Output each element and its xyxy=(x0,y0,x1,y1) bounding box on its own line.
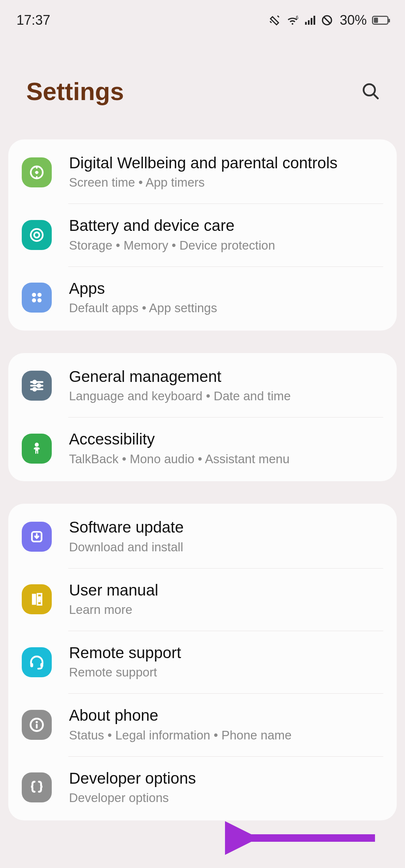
svg-point-16 xyxy=(33,388,36,391)
headset-icon xyxy=(22,647,52,677)
search-button[interactable] xyxy=(359,80,382,103)
update-icon xyxy=(22,522,52,552)
settings-item-title: Accessibility xyxy=(69,430,383,449)
svg-point-23 xyxy=(36,721,38,723)
settings-group: General managementLanguage and keyboard … xyxy=(8,353,397,482)
settings-item-apps[interactable]: AppsDefault apps • App settings xyxy=(8,266,397,329)
wellbeing-icon xyxy=(22,157,52,187)
settings-item-subtitle: Learn more xyxy=(69,602,383,618)
settings-item-general-management[interactable]: General managementLanguage and keyboard … xyxy=(8,355,397,417)
svg-text:?: ? xyxy=(38,596,41,603)
settings-item-battery-device-care[interactable]: Battery and device careStorage • Memory … xyxy=(8,204,397,266)
settings-item-software-update[interactable]: Software updateDownload and install xyxy=(8,505,397,568)
svg-rect-24 xyxy=(36,724,38,729)
settings-item-title: User manual xyxy=(69,581,383,600)
settings-item-subtitle: Storage • Memory • Device protection xyxy=(69,238,383,254)
settings-item-remote-support[interactable]: Remote supportRemote support xyxy=(8,631,397,693)
vibrate-icon xyxy=(268,14,280,26)
svg-point-12 xyxy=(32,298,36,302)
settings-group: Digital Wellbeing and parental controlsS… xyxy=(8,139,397,331)
svg-text:6: 6 xyxy=(296,15,298,20)
settings-group: Software updateDownload and install?User… xyxy=(8,504,397,820)
settings-item-subtitle: Remote support xyxy=(69,664,383,681)
settings-item-title: General management xyxy=(69,367,383,386)
book-icon: ? xyxy=(22,584,52,614)
svg-point-11 xyxy=(38,293,42,297)
status-bar: 17:37 6 30% xyxy=(0,0,405,36)
svg-point-13 xyxy=(38,298,42,302)
settings-item-subtitle: Language and keyboard • Date and time xyxy=(69,388,383,404)
svg-point-8 xyxy=(31,229,43,241)
settings-item-developer-options[interactable]: Developer optionsDeveloper options xyxy=(8,756,397,819)
dnd-icon xyxy=(321,14,333,26)
page-title: Settings xyxy=(26,77,124,106)
settings-item-title: Digital Wellbeing and parental controls xyxy=(69,154,383,172)
svg-point-10 xyxy=(32,293,36,297)
settings-item-about-phone[interactable]: About phoneStatus • Legal information • … xyxy=(8,693,397,756)
settings-item-title: Remote support xyxy=(69,644,383,662)
settings-item-subtitle: Status • Legal information • Phone name xyxy=(69,727,383,744)
svg-rect-4 xyxy=(314,16,315,25)
settings-item-digital-wellbeing[interactable]: Digital Wellbeing and parental controlsS… xyxy=(8,141,397,204)
clock: 17:37 xyxy=(16,12,50,28)
svg-point-15 xyxy=(38,385,40,388)
svg-point-14 xyxy=(33,381,36,384)
battery-percentage: 30% xyxy=(340,12,367,28)
settings-item-accessibility[interactable]: AccessibilityTalkBack • Mono audio • Ass… xyxy=(8,417,397,480)
settings-item-title: Apps xyxy=(69,279,383,298)
braces-icon xyxy=(22,772,52,802)
settings-item-subtitle: Screen time • App timers xyxy=(69,175,383,191)
svg-rect-2 xyxy=(308,20,310,25)
info-icon xyxy=(22,710,52,740)
svg-rect-20 xyxy=(30,663,33,667)
svg-rect-1 xyxy=(305,22,307,25)
settings-item-subtitle: Download and install xyxy=(69,539,383,555)
settings-item-subtitle: Default apps • App settings xyxy=(69,300,383,316)
svg-rect-3 xyxy=(310,18,312,25)
device-care-icon xyxy=(22,220,52,250)
apps-icon xyxy=(22,283,52,313)
svg-point-17 xyxy=(35,443,39,447)
sliders-icon xyxy=(22,371,52,401)
header: Settings xyxy=(0,36,405,139)
settings-item-title: Battery and device care xyxy=(69,216,383,235)
battery-icon xyxy=(372,16,388,25)
status-icons: 6 30% xyxy=(268,12,388,28)
person-icon xyxy=(22,434,52,464)
settings-item-title: Software update xyxy=(69,518,383,537)
settings-item-subtitle: Developer options xyxy=(69,790,383,806)
signal-icon xyxy=(304,15,316,25)
wifi-icon: 6 xyxy=(286,15,299,26)
settings-item-user-manual[interactable]: ?User manualLearn more xyxy=(8,568,397,631)
settings-item-subtitle: TalkBack • Mono audio • Assistant menu xyxy=(69,451,383,467)
annotation-arrow xyxy=(225,819,382,858)
settings-item-title: Developer options xyxy=(69,769,383,788)
settings-item-title: About phone xyxy=(69,706,383,725)
search-icon xyxy=(361,81,380,102)
